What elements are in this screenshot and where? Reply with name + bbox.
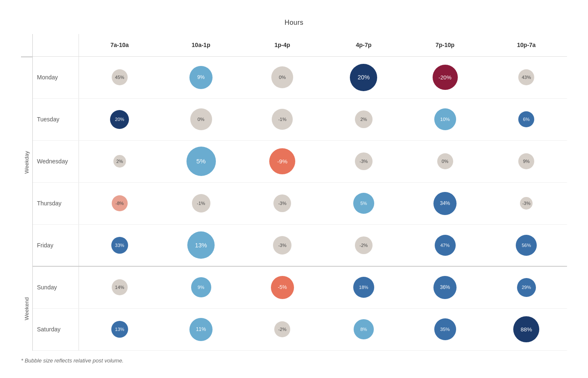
- cell-saturday-0: 13%: [79, 309, 160, 350]
- cell-wednesday-1: 5%: [160, 141, 242, 182]
- bubble-wednesday-4: 0%: [437, 153, 453, 169]
- day-label-saturday: Saturday: [33, 309, 79, 350]
- cell-wednesday-2: -9%: [242, 141, 323, 182]
- bubble-thursday-5: -3%: [520, 197, 533, 210]
- bubble-sunday-3: 18%: [353, 277, 374, 298]
- cell-tuesday-5: 6%: [486, 99, 567, 140]
- bubble-tuesday-2: -1%: [272, 109, 293, 130]
- bubble-tuesday-4: 10%: [434, 108, 456, 130]
- cell-saturday-4: 35%: [404, 309, 486, 350]
- cell-thursday-5: -3%: [486, 183, 567, 224]
- cell-monday-0: 45%: [79, 57, 160, 98]
- col-header-3: 4p-7p: [323, 34, 404, 56]
- col-header-2: 1p-4p: [242, 34, 323, 56]
- cell-thursday-1: -1%: [160, 183, 242, 224]
- bubble-wednesday-1: 5%: [186, 147, 216, 176]
- cell-saturday-2: -2%: [242, 309, 323, 350]
- bubble-monday-4: -20%: [433, 65, 458, 90]
- day-label-monday: Monday: [33, 57, 79, 98]
- cell-monday-4: -20%: [404, 57, 486, 98]
- bubble-tuesday-5: 6%: [518, 111, 534, 127]
- data-rows-container: Monday45%9%0%20%-20%43%Tuesday20%0%-1%2%…: [33, 57, 567, 351]
- bubble-saturday-4: 35%: [434, 318, 456, 340]
- cell-tuesday-0: 20%: [79, 99, 160, 140]
- main-table: 7a-10a 10a-1p 1p-4p 4p-7p 7p-10p 10p-7a …: [33, 34, 567, 351]
- cell-thursday-3: 5%: [323, 183, 404, 224]
- data-row-sunday: Sunday14%9%-5%18%36%29%: [33, 267, 567, 309]
- data-row-thursday: Thursday-8%-1%-3%5%34%-3%: [33, 183, 567, 225]
- chart-title: Hours: [21, 19, 567, 26]
- cell-sunday-0: 14%: [79, 267, 160, 308]
- day-label-sunday: Sunday: [33, 267, 79, 308]
- bubble-tuesday-0: 20%: [110, 110, 129, 129]
- cell-saturday-1: 11%: [160, 309, 242, 350]
- bubble-sunday-1: 9%: [191, 277, 211, 297]
- data-row-saturday: Saturday13%11%-2%8%35%88%: [33, 309, 567, 351]
- bubble-sunday-2: -5%: [271, 276, 294, 299]
- bubble-friday-2: -3%: [273, 236, 291, 255]
- data-row-friday: Friday33%13%-3%-2%47%56%: [33, 225, 567, 267]
- weekend-section-label: Weekend: [21, 267, 32, 350]
- bubble-thursday-2: -3%: [273, 194, 291, 212]
- bubble-sunday-0: 14%: [112, 279, 128, 295]
- cell-friday-2: -3%: [242, 225, 323, 266]
- bubble-friday-0: 33%: [111, 237, 128, 254]
- data-row-wednesday: Wednesday2%5%-9%-3%0%9%: [33, 141, 567, 183]
- cell-monday-2: 0%: [242, 57, 323, 98]
- day-label-wednesday: Wednesday: [33, 141, 79, 182]
- cell-sunday-5: 29%: [486, 267, 567, 308]
- bubble-friday-1: 13%: [187, 231, 215, 259]
- header-row: 7a-10a 10a-1p 1p-4p 4p-7p 7p-10p 10p-7a: [33, 34, 567, 57]
- bubble-saturday-3: 8%: [354, 319, 374, 339]
- day-label-friday: Friday: [33, 225, 79, 266]
- cell-tuesday-4: 10%: [404, 99, 486, 140]
- cell-sunday-4: 36%: [404, 267, 486, 308]
- bubble-tuesday-1: 0%: [190, 108, 212, 130]
- day-col-header: [33, 34, 79, 56]
- day-label-tuesday: Tuesday: [33, 99, 79, 140]
- cell-wednesday-5: 9%: [486, 141, 567, 182]
- cell-wednesday-0: 2%: [79, 141, 160, 182]
- cell-friday-4: 47%: [404, 225, 486, 266]
- bubble-thursday-4: 34%: [433, 192, 457, 215]
- cell-thursday-4: 34%: [404, 183, 486, 224]
- bubble-wednesday-2: -9%: [269, 148, 295, 174]
- bubble-saturday-5: 88%: [513, 316, 539, 342]
- bubble-monday-3: 20%: [350, 64, 377, 91]
- bubble-monday-5: 43%: [518, 69, 534, 85]
- col-header-4: 7p-10p: [404, 34, 486, 56]
- cell-tuesday-2: -1%: [242, 99, 323, 140]
- cell-wednesday-4: 0%: [404, 141, 486, 182]
- bubble-thursday-1: -1%: [192, 194, 210, 213]
- cell-tuesday-1: 0%: [160, 99, 242, 140]
- bubble-wednesday-3: -3%: [355, 152, 373, 170]
- cell-sunday-2: -5%: [242, 267, 323, 308]
- cell-friday-5: 56%: [486, 225, 567, 266]
- bubble-sunday-4: 36%: [433, 276, 457, 299]
- bubble-wednesday-5: 9%: [518, 153, 534, 169]
- footnote: * Bubble size reflects relative post vol…: [21, 357, 567, 364]
- bubble-wednesday-0: 2%: [113, 155, 126, 168]
- cell-friday-1: 13%: [160, 225, 242, 266]
- cell-wednesday-3: -3%: [323, 141, 404, 182]
- data-row-tuesday: Tuesday20%0%-1%2%10%6%: [33, 99, 567, 141]
- weekday-section-label: Weekday: [21, 57, 32, 267]
- section-spacer: [21, 34, 32, 57]
- bubble-friday-4: 47%: [435, 235, 456, 256]
- col-header-5: 10p-7a: [486, 34, 567, 56]
- bubble-friday-3: -2%: [355, 236, 373, 254]
- cell-thursday-0: -8%: [79, 183, 160, 224]
- cell-friday-0: 33%: [79, 225, 160, 266]
- col-header-0: 7a-10a: [79, 34, 160, 56]
- cell-sunday-1: 9%: [160, 267, 242, 308]
- cell-tuesday-3: 2%: [323, 99, 404, 140]
- bubble-monday-0: 45%: [112, 69, 128, 85]
- col-header-1: 10a-1p: [160, 34, 242, 56]
- section-label-wrapper: Weekday Weekend: [21, 34, 33, 351]
- bubble-thursday-3: 5%: [353, 193, 374, 214]
- bubble-friday-5: 56%: [516, 235, 537, 256]
- bubble-saturday-0: 13%: [111, 321, 128, 338]
- bubble-sunday-5: 29%: [517, 278, 536, 297]
- cell-monday-3: 20%: [323, 57, 404, 98]
- cell-sunday-3: 18%: [323, 267, 404, 308]
